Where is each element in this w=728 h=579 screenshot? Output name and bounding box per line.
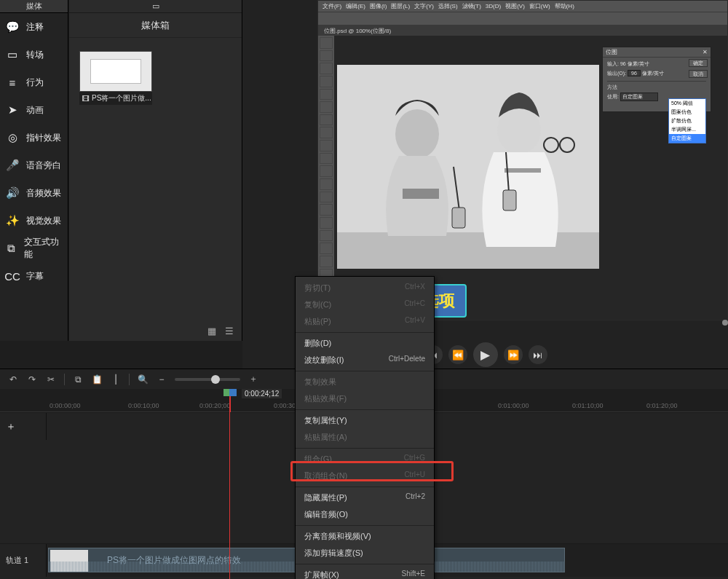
- context-menu-shortcut: Ctrl+2: [405, 492, 425, 503]
- ps-tool-17[interactable]: [320, 256, 333, 267]
- zoom-in-button[interactable]: ＋: [248, 374, 259, 385]
- sidebar-item-9[interactable]: CC字幕: [0, 262, 68, 290]
- ps-tool-1[interactable]: [320, 50, 333, 62]
- ps-tool-0[interactable]: [320, 37, 333, 49]
- ps-menu-item[interactable]: 选择(S): [438, 2, 458, 10]
- film-icon: 🎞: [82, 95, 90, 103]
- redo-button[interactable]: ↷: [26, 374, 38, 385]
- ps-dlg-use-select[interactable]: 自定图案: [620, 92, 658, 101]
- view-list-button[interactable]: ☰: [223, 324, 236, 337]
- context-menu-item[interactable]: 波纹删除(I)Ctrl+Delete: [296, 352, 434, 369]
- media-bin-tab[interactable]: ▭: [69, 0, 242, 13]
- sidebar-item-1[interactable]: ▭转场: [0, 41, 68, 68]
- ps-dlg-output-field[interactable]: 96: [628, 70, 641, 76]
- sidebar-tab-media[interactable]: 媒体: [0, 0, 68, 13]
- copy-button[interactable]: ⧉: [72, 374, 84, 385]
- ps-options-bar: [318, 12, 727, 25]
- play-button[interactable]: ▶: [473, 342, 498, 367]
- ps-menu-item[interactable]: 文件(F): [323, 2, 341, 10]
- ps-tool-15[interactable]: [320, 230, 333, 242]
- sidebar-item-6[interactable]: 🔊音频效果: [0, 179, 68, 207]
- ps-tool-6[interactable]: [320, 114, 333, 126]
- cut-button[interactable]: ✂: [45, 374, 57, 385]
- ps-tool-12[interactable]: [320, 192, 333, 203]
- sidebar-item-label: 指针效果: [26, 132, 61, 144]
- current-time-label: 0:00:24;12: [242, 389, 282, 398]
- ps-tool-10[interactable]: [320, 165, 333, 177]
- sidebar-icon: ◎: [6, 131, 19, 144]
- context-menu-item[interactable]: 隐藏属性(P)Ctrl+2: [296, 489, 434, 506]
- track-header-1[interactable]: 轨道 1: [0, 544, 47, 577]
- ps-dlg-method-label: 方法: [607, 84, 617, 90]
- ps-tool-13[interactable]: [320, 204, 333, 216]
- sidebar-item-7[interactable]: ✨视觉效果: [0, 207, 68, 235]
- ps-tool-8[interactable]: [320, 140, 333, 151]
- context-menu-item[interactable]: 扩展帧(X)Shift+E: [296, 567, 434, 579]
- ps-dropdown-option[interactable]: 图案仿色: [669, 108, 705, 117]
- ps-tool-5[interactable]: [320, 101, 333, 113]
- ps-menu-item[interactable]: 图层(L): [391, 2, 410, 10]
- view-grid-button[interactable]: ▦: [205, 324, 218, 337]
- context-menu-item[interactable]: 添加剪辑速度(S): [296, 545, 434, 562]
- sidebar-item-label: 行为: [26, 76, 44, 89]
- svg-point-2: [395, 109, 439, 159]
- paste-button[interactable]: 📋: [91, 374, 103, 385]
- step-forward-button[interactable]: ⏩: [504, 345, 523, 364]
- ruler-tick: 0:01:10;00: [572, 402, 604, 409]
- progress-end-handle[interactable]: [722, 320, 728, 326]
- zoom-out-button[interactable]: −: [156, 374, 167, 385]
- context-menu-item[interactable]: 编辑音频(O): [296, 506, 434, 523]
- sidebar-item-0[interactable]: 💬注释: [0, 13, 68, 41]
- sidebar-item-3[interactable]: ➤动画: [0, 96, 68, 124]
- ps-tool-11[interactable]: [320, 178, 333, 190]
- zoom-tool-icon[interactable]: 🔍: [137, 374, 149, 385]
- ps-tool-2[interactable]: [320, 63, 333, 74]
- ps-tool-4[interactable]: [320, 89, 333, 101]
- ps-menu-item[interactable]: 编辑(E): [346, 2, 365, 10]
- context-menu-shortcut: Ctrl+Delete: [389, 355, 425, 366]
- sidebar-item-5[interactable]: 🎤语音旁白: [0, 151, 68, 179]
- ps-menu-item[interactable]: 图像(I): [370, 2, 387, 10]
- undo-button[interactable]: ↶: [7, 374, 19, 385]
- ps-tool-3[interactable]: [320, 76, 333, 87]
- context-menu-item: 粘贴(P)Ctrl+V: [296, 313, 434, 330]
- ps-dlg-input-value: 96 像素/英寸: [620, 61, 649, 66]
- context-menu-item[interactable]: 复制属性(Y): [296, 412, 434, 429]
- step-back-button[interactable]: ⏪: [448, 345, 467, 364]
- sidebar-item-4[interactable]: ◎指针效果: [0, 124, 68, 151]
- split-button[interactable]: ⎮: [110, 374, 122, 385]
- sidebar-item-label: 转场: [26, 49, 44, 61]
- ps-dropdown-option[interactable]: 扩散仿色: [669, 117, 705, 125]
- ps-tool-9[interactable]: [320, 153, 333, 165]
- zoom-slider[interactable]: [175, 378, 240, 381]
- media-thumbnail[interactable]: 🎞 PS将一个图片做...: [79, 51, 152, 105]
- ps-dialog-cancel[interactable]: 取消: [689, 70, 708, 78]
- ps-tool-14[interactable]: [320, 217, 333, 229]
- ps-menu-item[interactable]: 视图(V): [505, 2, 525, 10]
- close-icon[interactable]: ✕: [703, 49, 708, 55]
- ps-dropdown-option[interactable]: 自定图案: [669, 134, 705, 143]
- skip-end-button[interactable]: ⏭: [529, 345, 547, 364]
- ps-dropdown-option[interactable]: 半调网屏...: [669, 125, 705, 134]
- ps-tool-16[interactable]: [320, 243, 333, 254]
- ps-dlg-output-label: 输出(O):: [607, 71, 626, 76]
- sidebar-item-8[interactable]: ⧉交互式功能: [0, 235, 68, 262]
- ps-dlg-use-dropdown[interactable]: 50% 阈值图案仿色扩散仿色半调网屏...自定图案: [668, 98, 706, 143]
- ps-dialog-ok[interactable]: 确定: [689, 59, 708, 67]
- ps-menu-item[interactable]: 帮助(H): [555, 2, 574, 10]
- sidebar-item-2[interactable]: ≡行为: [0, 68, 68, 96]
- ps-menu-item[interactable]: 窗口(W): [529, 2, 550, 10]
- context-menu-item[interactable]: 删除(D): [296, 335, 434, 352]
- ps-menu-item[interactable]: 文字(Y): [414, 2, 434, 10]
- zoom-handle[interactable]: [211, 375, 220, 384]
- ps-menu-item[interactable]: 滤镜(T): [462, 2, 481, 10]
- ps-dialog-title: 位图: [606, 48, 617, 56]
- ps-dlg-use-label: 使用:: [607, 94, 619, 99]
- track-add-button[interactable]: ＋: [6, 420, 16, 433]
- context-menu-label: 删除(D): [304, 338, 331, 349]
- context-menu-item[interactable]: 分离音频和视频(V): [296, 528, 434, 545]
- ps-tool-7[interactable]: [320, 127, 333, 138]
- ps-dropdown-option[interactable]: 50% 阈值: [669, 99, 705, 108]
- ps-menu-item[interactable]: 3D(D): [486, 3, 501, 9]
- track-header-media[interactable]: ＋: [0, 413, 47, 440]
